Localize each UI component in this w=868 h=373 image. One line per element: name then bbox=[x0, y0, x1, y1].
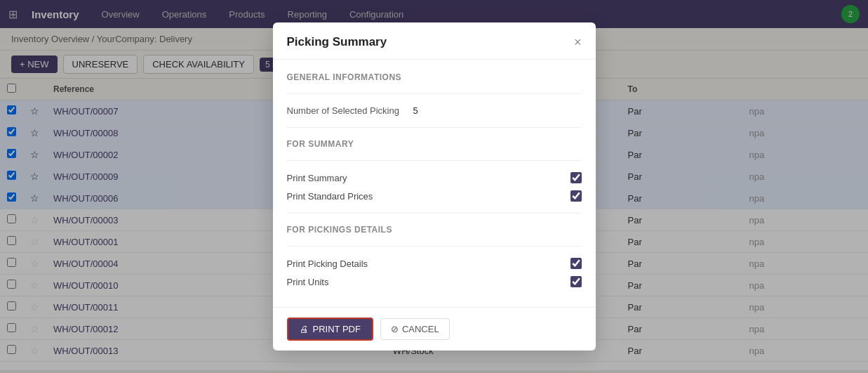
info-row-selected-picking: Number of Selected Picking 5 bbox=[287, 105, 582, 116]
print-picking-details-row: Print Picking Details bbox=[287, 258, 582, 269]
modal-close-button[interactable]: × bbox=[574, 36, 582, 48]
print-standard-prices-checkbox[interactable] bbox=[570, 190, 582, 202]
pickings-top-divider bbox=[287, 213, 582, 214]
print-picking-details-label: Print Picking Details bbox=[287, 259, 368, 269]
info-label-selected: Number of Selected Picking bbox=[287, 105, 413, 116]
print-pdf-button[interactable]: 🖨 PRINT PDF bbox=[287, 318, 373, 341]
summary-top-divider bbox=[287, 127, 582, 128]
modal-overlay: Picking Summary × GENERAL INFORMATIONS N… bbox=[0, 0, 868, 370]
cancel-label: CANCEL bbox=[402, 324, 439, 334]
print-summary-label: Print Summary bbox=[287, 173, 347, 183]
print-picking-details-checkbox[interactable] bbox=[570, 258, 582, 269]
summary-divider bbox=[287, 160, 582, 161]
modal-header: Picking Summary × bbox=[273, 22, 596, 60]
print-summary-row: Print Summary bbox=[287, 172, 582, 183]
cancel-icon: ⊘ bbox=[391, 324, 399, 334]
print-standard-prices-label: Print Standard Prices bbox=[287, 191, 373, 202]
modal-body: GENERAL INFORMATIONS Number of Selected … bbox=[273, 60, 596, 307]
general-divider bbox=[287, 93, 582, 94]
info-value-selected: 5 bbox=[413, 105, 418, 116]
print-standard-prices-row: Print Standard Prices bbox=[287, 190, 582, 202]
general-section-title: GENERAL INFORMATIONS bbox=[287, 72, 582, 82]
printer-icon: 🖨 bbox=[300, 324, 309, 334]
print-units-checkbox[interactable] bbox=[570, 276, 582, 287]
print-pdf-label: PRINT PDF bbox=[313, 324, 361, 334]
summary-section-title: FOR SUMMARY bbox=[287, 139, 582, 149]
pickings-section-title: FOR PICKINGS DETAILS bbox=[287, 225, 582, 235]
modal-title: Picking Summary bbox=[287, 35, 387, 49]
cancel-modal-button[interactable]: ⊘ CANCEL bbox=[380, 318, 450, 340]
modal-footer: 🖨 PRINT PDF ⊘ CANCEL bbox=[273, 307, 596, 351]
print-summary-checkbox[interactable] bbox=[570, 172, 582, 183]
print-units-row: Print Units bbox=[287, 276, 582, 287]
print-units-label: Print Units bbox=[287, 277, 329, 287]
pickings-divider bbox=[287, 246, 582, 247]
picking-summary-modal: Picking Summary × GENERAL INFORMATIONS N… bbox=[273, 22, 596, 351]
